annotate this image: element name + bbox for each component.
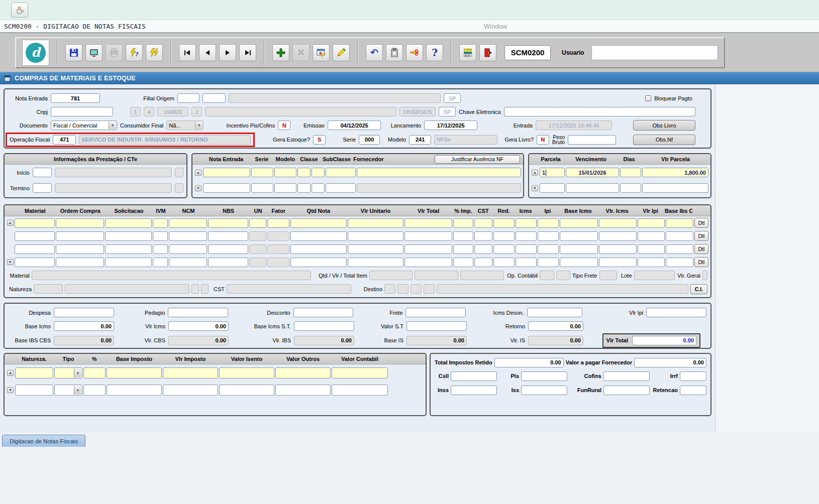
dtl-button[interactable]: Dtl [694, 231, 708, 241]
tab-digitacao-notas-fiscais[interactable]: Digitacao de Notas Fiscais [2, 435, 85, 447]
exit-button[interactable] [479, 44, 496, 61]
query-button[interactable] [313, 44, 330, 61]
imposto-cell[interactable] [275, 385, 331, 396]
imposto-cell[interactable] [275, 367, 331, 379]
item-cell[interactable] [153, 231, 168, 241]
peso-bruto-field[interactable] [568, 135, 616, 145]
nf-ref-cell[interactable] [312, 168, 325, 177]
base-icms-field[interactable]: 0.00 [54, 321, 114, 331]
item-cell[interactable] [474, 244, 492, 254]
item-cell[interactable] [15, 218, 55, 228]
item-cell[interactable] [105, 218, 152, 228]
item-cell[interactable] [290, 218, 346, 228]
nf-ref-cell[interactable] [274, 183, 296, 193]
termino-hora-field[interactable] [33, 183, 52, 193]
irrf-field[interactable] [680, 371, 706, 381]
item-cell[interactable] [516, 231, 537, 241]
item-cell[interactable] [493, 231, 515, 241]
menu-button[interactable]: Menu [459, 44, 476, 61]
imposto-cell[interactable] [332, 367, 388, 379]
csll-field[interactable] [451, 371, 497, 381]
java-icon[interactable] [11, 3, 28, 18]
nav-prev-button[interactable] [199, 44, 216, 61]
undo-button[interactable]: ↶ [366, 44, 383, 61]
parcela-num-cell[interactable] [540, 183, 565, 193]
parcela-vlr-cell[interactable]: 1,800.00 [642, 168, 708, 177]
item-cell[interactable] [348, 218, 403, 228]
scroll-down-arrow[interactable]: ▼ [7, 387, 14, 393]
nf-ref-cell[interactable] [297, 183, 311, 193]
parcela-num-cell[interactable]: 1 [540, 168, 565, 177]
item-cell[interactable] [560, 244, 598, 254]
item-cell[interactable] [538, 258, 559, 267]
item-cell[interactable] [208, 231, 248, 241]
nf-ref-cell[interactable] [326, 168, 356, 177]
item-cell[interactable] [404, 258, 452, 267]
vlr-ipi-field[interactable] [646, 308, 706, 317]
imposto-cell[interactable] [332, 385, 388, 396]
bloquear-pagto-checkbox[interactable] [645, 95, 651, 101]
insert-record-button[interactable] [272, 44, 289, 61]
retencao-field[interactable] [680, 386, 706, 395]
pis-field[interactable] [521, 371, 567, 381]
imposto-cell[interactable] [163, 367, 218, 379]
imposto-cell[interactable] [107, 385, 162, 396]
cnpj-field[interactable] [51, 107, 113, 116]
item-cell[interactable] [666, 218, 693, 228]
item-cell[interactable] [404, 231, 452, 241]
modelo-field[interactable]: 241 [409, 135, 431, 145]
item-cell[interactable] [105, 258, 152, 267]
parcela-venc-cell[interactable] [566, 183, 619, 193]
item-cell[interactable] [666, 244, 693, 254]
operacao-fiscal-code-field[interactable]: 471 [53, 135, 76, 145]
item-cell[interactable] [153, 244, 168, 254]
item-cell[interactable] [516, 258, 537, 267]
item-cell[interactable] [348, 231, 403, 241]
scroll-up-arrow[interactable]: ▲ [7, 370, 14, 376]
item-cell[interactable] [348, 258, 403, 267]
item-cell[interactable] [208, 258, 248, 267]
inss-field[interactable] [451, 386, 497, 395]
item-cell[interactable] [538, 231, 559, 241]
item-cell[interactable] [267, 218, 289, 228]
documento-select[interactable]: Fiscal / Comercial▼ [51, 120, 117, 130]
item-cell[interactable] [169, 231, 207, 241]
imposto-cell[interactable]: ▼ [54, 385, 82, 396]
consumidor-final-select[interactable]: Nã...▼ [166, 120, 203, 130]
imposto-cell[interactable] [83, 367, 106, 379]
item-cell[interactable] [638, 218, 664, 228]
imposto-cell[interactable] [15, 367, 53, 379]
item-cell[interactable] [348, 244, 403, 254]
item-cell[interactable] [56, 218, 104, 228]
scroll-up-arrow[interactable]: ▲ [7, 220, 14, 226]
prompt-help-button[interactable]: ? [126, 44, 143, 61]
item-cell[interactable] [560, 231, 598, 241]
nf-ref-cell[interactable] [312, 183, 325, 193]
item-cell[interactable] [453, 258, 473, 267]
item-cell[interactable] [404, 218, 452, 228]
scroll-down-arrow[interactable]: ▼ [532, 185, 538, 191]
chave-eletronica-field[interactable] [504, 107, 695, 116]
item-cell[interactable] [638, 231, 664, 241]
item-cell[interactable] [538, 244, 559, 254]
nf-ref-cell[interactable] [203, 168, 250, 177]
nf-ref-cell[interactable] [251, 168, 273, 177]
item-cell[interactable] [599, 258, 637, 267]
vlr-icms-field[interactable]: 0.00 [168, 321, 229, 331]
item-cell[interactable] [404, 244, 452, 254]
imposto-cell[interactable] [15, 385, 53, 396]
parcela-dias-cell[interactable] [620, 183, 641, 193]
edit-button[interactable] [333, 44, 350, 61]
despesa-field[interactable] [54, 308, 114, 317]
item-cell[interactable] [538, 218, 559, 228]
item-cell[interactable] [453, 218, 473, 228]
desconto-field[interactable] [293, 308, 354, 317]
dtl-button[interactable]: Dtl [694, 244, 708, 254]
nf-ref-cell[interactable] [203, 183, 250, 193]
item-cell[interactable] [638, 258, 664, 267]
item-cell[interactable] [56, 244, 104, 254]
justificar-ausencia-button[interactable]: Justificar Ausência NF [435, 155, 520, 164]
clipboard-button[interactable] [386, 44, 403, 61]
scroll-up-arrow[interactable]: ▲ [532, 170, 538, 176]
imposto-cell[interactable] [107, 367, 162, 379]
